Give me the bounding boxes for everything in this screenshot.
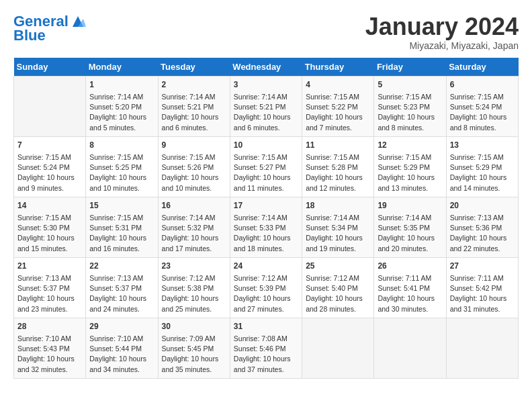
weekday-header-sunday: Sunday — [14, 58, 86, 77]
calendar-cell: 12Sunrise: 7:15 AMSunset: 5:29 PMDayligh… — [374, 136, 446, 197]
day-info: Sunset: 5:34 PM — [306, 223, 370, 233]
weekday-header-wednesday: Wednesday — [230, 58, 302, 77]
day-info: Sunset: 5:24 PM — [17, 163, 82, 173]
day-info: Sunrise: 7:11 AM — [378, 273, 442, 283]
day-info: Daylight: 10 hours — [450, 233, 515, 243]
day-info: Sunset: 5:42 PM — [450, 283, 515, 293]
day-info: and 19 minutes. — [306, 244, 370, 254]
calendar-cell — [302, 318, 374, 378]
day-info: and 28 minutes. — [306, 304, 370, 314]
day-info: Daylight: 10 hours — [17, 293, 82, 304]
calendar-cell: 10Sunrise: 7:15 AMSunset: 5:27 PMDayligh… — [230, 136, 302, 197]
day-number: 24 — [234, 261, 298, 272]
day-info: Sunset: 5:43 PM — [17, 344, 82, 354]
calendar-cell: 13Sunrise: 7:15 AMSunset: 5:29 PMDayligh… — [446, 136, 518, 197]
day-info: Daylight: 10 hours — [450, 293, 515, 304]
day-info: Sunset: 5:21 PM — [162, 102, 226, 112]
day-info: and 25 minutes. — [162, 304, 226, 314]
day-info: and 24 minutes. — [89, 304, 154, 314]
day-info: and 14 minutes. — [450, 183, 515, 193]
week-row-2: 7Sunrise: 7:15 AMSunset: 5:24 PMDaylight… — [14, 136, 519, 197]
calendar-cell: 27Sunrise: 7:11 AMSunset: 5:42 PMDayligh… — [446, 257, 518, 318]
day-info: Sunset: 5:37 PM — [89, 283, 154, 293]
day-info: Sunset: 5:28 PM — [306, 163, 370, 173]
calendar-cell: 8Sunrise: 7:15 AMSunset: 5:25 PMDaylight… — [86, 136, 158, 197]
week-row-4: 21Sunrise: 7:13 AMSunset: 5:37 PMDayligh… — [14, 257, 519, 318]
day-info: Sunset: 5:26 PM — [162, 163, 226, 173]
page-header: General Blue January 2024 Miyazaki, Miya… — [13, 13, 519, 51]
calendar-cell: 14Sunrise: 7:15 AMSunset: 5:30 PMDayligh… — [14, 197, 86, 257]
weekday-header-thursday: Thursday — [302, 58, 374, 77]
day-info: Sunset: 5:37 PM — [17, 283, 82, 293]
day-info: Sunset: 5:33 PM — [234, 223, 298, 233]
day-number: 17 — [234, 200, 298, 212]
weekday-header-friday: Friday — [374, 58, 446, 77]
calendar-cell: 18Sunrise: 7:14 AMSunset: 5:34 PMDayligh… — [302, 197, 374, 257]
calendar-cell: 4Sunrise: 7:15 AMSunset: 5:22 PMDaylight… — [302, 76, 374, 136]
calendar-cell: 6Sunrise: 7:15 AMSunset: 5:24 PMDaylight… — [446, 76, 518, 136]
day-info: Daylight: 10 hours — [306, 112, 370, 122]
day-info: Sunset: 5:21 PM — [234, 102, 298, 112]
day-info: Sunset: 5:27 PM — [234, 163, 298, 173]
calendar-cell: 25Sunrise: 7:12 AMSunset: 5:40 PMDayligh… — [302, 257, 374, 318]
day-info: and 9 minutes. — [17, 183, 82, 193]
day-info: Daylight: 10 hours — [378, 173, 442, 183]
day-info: Daylight: 10 hours — [162, 112, 226, 122]
day-info: Sunrise: 7:13 AM — [450, 213, 515, 223]
day-info: Sunset: 5:25 PM — [89, 163, 154, 173]
day-info: Daylight: 10 hours — [89, 173, 154, 183]
day-info: and 20 minutes. — [378, 244, 442, 254]
day-info: and 30 minutes. — [378, 304, 442, 314]
day-info: Daylight: 10 hours — [17, 173, 82, 183]
day-info: Sunrise: 7:14 AM — [162, 92, 226, 102]
day-number: 27 — [450, 261, 515, 272]
day-info: Daylight: 10 hours — [234, 354, 298, 364]
week-row-5: 28Sunrise: 7:10 AMSunset: 5:43 PMDayligh… — [14, 318, 519, 378]
day-info: Sunset: 5:31 PM — [89, 223, 154, 233]
day-number: 13 — [450, 140, 515, 151]
day-info: Daylight: 10 hours — [89, 233, 154, 243]
day-info: and 10 minutes. — [162, 183, 226, 193]
day-number: 9 — [162, 140, 226, 151]
day-info: and 6 minutes. — [234, 123, 298, 133]
day-number: 23 — [162, 261, 226, 272]
weekday-header-monday: Monday — [86, 58, 158, 77]
day-info: Sunrise: 7:14 AM — [306, 213, 370, 223]
day-info: and 11 minutes. — [234, 183, 298, 193]
day-info: Sunset: 5:41 PM — [378, 283, 442, 293]
day-info: Daylight: 10 hours — [162, 173, 226, 183]
day-number: 15 — [89, 200, 154, 212]
day-info: Sunset: 5:35 PM — [378, 223, 442, 233]
calendar-cell: 28Sunrise: 7:10 AMSunset: 5:43 PMDayligh… — [14, 318, 86, 378]
day-info: Daylight: 10 hours — [306, 233, 370, 243]
day-info: Daylight: 10 hours — [234, 112, 298, 122]
calendar-cell: 2Sunrise: 7:14 AMSunset: 5:21 PMDaylight… — [158, 76, 230, 136]
day-number: 19 — [378, 200, 442, 212]
day-info: and 18 minutes. — [234, 244, 298, 254]
day-info: and 13 minutes. — [378, 183, 442, 193]
day-number: 8 — [89, 140, 154, 151]
day-number: 10 — [234, 140, 298, 151]
day-info: Sunrise: 7:11 AM — [450, 273, 515, 283]
day-info: Sunrise: 7:12 AM — [306, 273, 370, 283]
calendar-cell — [446, 318, 518, 378]
day-info: and 8 minutes. — [378, 123, 442, 133]
day-info: Sunrise: 7:14 AM — [234, 213, 298, 223]
day-info: Sunrise: 7:15 AM — [162, 152, 226, 163]
day-info: and 17 minutes. — [162, 244, 226, 254]
day-info: Sunrise: 7:14 AM — [378, 213, 442, 223]
day-info: Daylight: 10 hours — [234, 233, 298, 243]
day-info: Sunset: 5:22 PM — [306, 102, 370, 112]
day-info: Daylight: 10 hours — [234, 173, 298, 183]
day-info: Sunset: 5:32 PM — [162, 223, 226, 233]
day-number: 1 — [89, 79, 154, 91]
day-info: Sunrise: 7:10 AM — [17, 334, 82, 344]
calendar-cell: 19Sunrise: 7:14 AMSunset: 5:35 PMDayligh… — [374, 197, 446, 257]
day-info: Daylight: 10 hours — [378, 233, 442, 243]
day-info: Sunrise: 7:14 AM — [162, 213, 226, 223]
day-info: Sunrise: 7:13 AM — [89, 273, 154, 283]
day-number: 12 — [378, 140, 442, 151]
day-info: and 7 minutes. — [306, 123, 370, 133]
day-info: Daylight: 10 hours — [17, 354, 82, 364]
calendar-cell — [374, 318, 446, 378]
